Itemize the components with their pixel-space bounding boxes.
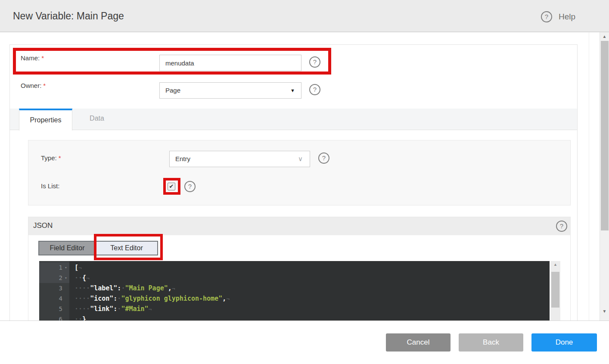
fold-icon[interactable]: ▾ <box>62 273 69 283</box>
is-list-help-icon[interactable]: ? <box>184 181 196 192</box>
required-asterisk: * <box>59 154 61 162</box>
tab-properties[interactable]: Properties <box>19 109 72 131</box>
panel-divider <box>589 32 589 321</box>
name-label: Name:* <box>21 54 44 62</box>
json-section-header: JSON <box>28 217 570 235</box>
help-icon[interactable]: ? <box>541 11 552 22</box>
eol-mark: ¬ <box>78 264 82 271</box>
required-asterisk: * <box>41 54 44 62</box>
code-line: 5 ····"link":·"#Main"¬ <box>39 304 550 314</box>
code-line: 1▾ [¬ <box>39 262 550 273</box>
dialog-footer: Cancel Back Done <box>0 321 609 364</box>
checkmark-icon: ✔ <box>169 183 174 190</box>
scroll-down-icon[interactable]: ▼ <box>600 309 609 314</box>
dialog-body: Name:* ? Owner:* Page ▼ ? Properties Dat… <box>0 32 609 321</box>
eol-mark: ¬ <box>172 285 175 292</box>
owner-select[interactable]: Page ▼ <box>159 82 301 99</box>
scroll-up-icon[interactable]: ▲ <box>600 34 609 39</box>
help-label: Help <box>559 12 575 22</box>
code-line: 3 ····"label":·"Main Page",¬ <box>39 283 550 293</box>
is-list-label: Is List: <box>41 182 59 190</box>
json-code-editor[interactable]: 1▾ [¬ 2▾ ··{¬ 3 ····"label":·"Main Page"… <box>39 261 550 321</box>
select-arrow-icon: ▼ <box>290 83 295 98</box>
json-section-title: JSON <box>33 221 53 230</box>
required-asterisk: * <box>43 82 46 89</box>
text-editor-button[interactable]: Text Editor <box>95 242 157 255</box>
is-list-checkbox[interactable]: ✔ <box>168 183 175 190</box>
owner-help-icon[interactable]: ? <box>309 84 320 95</box>
help-link[interactable]: ? Help <box>541 11 597 24</box>
editor-scrollbar[interactable]: ▲ <box>550 261 560 321</box>
name-help-icon[interactable]: ? <box>309 56 320 68</box>
code-line: 2▾ ··{¬ <box>39 273 550 283</box>
tab-data[interactable]: Data <box>80 115 114 122</box>
page-scrollbar-thumb[interactable] <box>601 41 609 230</box>
eol-mark: ¬ <box>86 275 90 281</box>
dialog-header: New Variable: Main Page ? Help <box>0 0 609 32</box>
page-scrollbar[interactable]: ▲ ▼ <box>600 32 609 321</box>
code-line: 6 ··} <box>39 314 550 321</box>
new-variable-dialog: New Variable: Main Page ? Help Name:* ? … <box>0 0 609 364</box>
editor-scrollbar-thumb[interactable] <box>551 272 559 308</box>
done-button[interactable]: Done <box>531 333 597 352</box>
type-help-icon[interactable]: ? <box>318 152 329 164</box>
editor-scroll-up-icon[interactable]: ▲ <box>550 262 560 267</box>
field-editor-button[interactable]: Field Editor <box>39 242 95 255</box>
properties-content-box <box>28 140 571 205</box>
editor-mode-toggle: Field Editor Text Editor <box>38 241 158 255</box>
page-title: New Variable: Main Page <box>13 10 124 22</box>
json-section: JSON ? Field Editor Text Editor 1▾ [¬ 2▾… <box>28 217 571 321</box>
code-line: 4 ····"icon":·"glyphicon glyphicon-home"… <box>39 293 550 304</box>
type-select[interactable]: Entry ∨ <box>169 151 310 167</box>
owner-label: Owner:* <box>21 82 46 89</box>
eol-mark: ¬ <box>226 296 230 302</box>
chevron-down-icon: ∨ <box>298 151 303 167</box>
json-help-icon[interactable]: ? <box>556 221 567 232</box>
eol-mark: ¬ <box>149 306 152 312</box>
back-button[interactable]: Back <box>459 333 523 352</box>
cancel-button[interactable]: Cancel <box>386 333 451 352</box>
type-label: Type:* <box>41 154 61 162</box>
name-input[interactable] <box>159 55 301 71</box>
fold-icon[interactable]: ▾ <box>62 262 69 273</box>
